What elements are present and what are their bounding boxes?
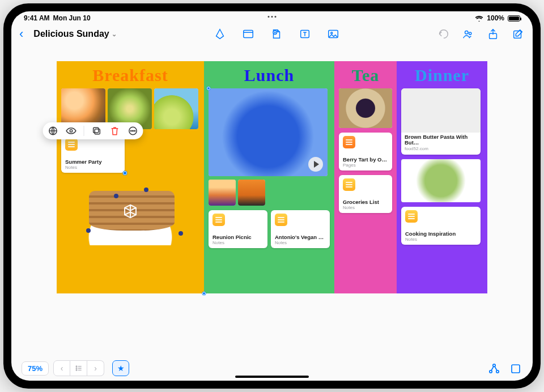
prev-button[interactable]: ‹: [53, 360, 70, 376]
card-subtitle: Notes: [212, 240, 264, 245]
more-icon[interactable]: [128, 125, 139, 137]
selection-handle-icon[interactable]: [202, 292, 206, 295]
quicklook-icon[interactable]: [66, 125, 77, 137]
ipad-frame: 9:41 AM Mon Jun 10 100% ‹ Delici: [3, 3, 541, 389]
svg-rect-0: [244, 31, 253, 38]
scenes-list-icon[interactable]: [70, 360, 87, 376]
notes-app-icon: [343, 178, 355, 191]
chevron-down-icon: ⌄: [112, 31, 117, 38]
note-card-reunion-picnic[interactable]: Reunion Picnic Notes: [209, 210, 267, 248]
usdz-pancakes[interactable]: [61, 177, 199, 245]
column-dinner: Dinner Brown Butter Pasta With But… food…: [397, 61, 487, 293]
next-button[interactable]: ›: [87, 360, 104, 376]
image-juice[interactable]: [238, 180, 265, 206]
card-title: Antonio's Vegan Tacos: [275, 234, 326, 240]
column-lunch: Lunch Re: [204, 61, 334, 293]
svg-point-4: [331, 32, 333, 34]
notes-app-icon: [275, 214, 287, 226]
compose-icon[interactable]: [511, 28, 525, 40]
svg-point-15: [133, 130, 134, 131]
undo-icon[interactable]: [436, 28, 450, 40]
svg-point-20: [493, 364, 495, 367]
note-card-groceries[interactable]: Groceries List Notes: [339, 175, 392, 213]
screen: 9:41 AM Mon Jun 10 100% ‹ Delici: [11, 11, 533, 381]
column-breakfast: Breakfast: [57, 61, 204, 293]
play-icon[interactable]: [308, 157, 323, 172]
card-title: Brown Butter Pasta With But…: [405, 134, 477, 146]
graph-view-icon[interactable]: [487, 362, 501, 374]
svg-point-18: [76, 368, 77, 369]
svg-rect-23: [512, 365, 520, 373]
column-title-dinner: Dinner: [401, 66, 483, 85]
selection-handle-icon[interactable]: [123, 171, 127, 175]
ar-icon: [122, 203, 139, 220]
image-salad[interactable]: [401, 159, 481, 202]
duplicate-icon[interactable]: [91, 125, 103, 137]
sticky-note-icon[interactable]: [241, 28, 255, 40]
board: Breakfast: [57, 61, 487, 293]
back-button[interactable]: ‹: [19, 28, 23, 40]
card-subtitle: Notes: [65, 165, 121, 170]
board-title-label: Delicious Sunday: [33, 29, 109, 39]
card-title: Summer Party: [65, 159, 121, 165]
svg-point-21: [490, 370, 492, 373]
status-bar: 9:41 AM Mon Jun 10 100%: [11, 11, 533, 24]
column-title-tea: Tea: [339, 66, 392, 85]
pages-card-berry-tart[interactable]: Berry Tart by Olivia Pages: [339, 133, 392, 171]
navigator-segment: ‹ ›: [53, 360, 104, 376]
selection-action-bar: [43, 122, 143, 139]
svg-point-17: [76, 366, 77, 367]
add-file-icon[interactable]: [270, 28, 283, 40]
card-title: Berry Tart by Olivia: [343, 156, 388, 163]
image-sunset[interactable]: [209, 180, 236, 206]
delete-icon[interactable]: [109, 125, 121, 137]
multitask-dots-icon[interactable]: [268, 16, 277, 18]
board-title-button[interactable]: Delicious Sunday ⌄: [33, 29, 116, 39]
notes-app-icon: [405, 210, 418, 223]
status-time: 9:41 AM: [24, 14, 50, 22]
favorites-button[interactable]: ★: [112, 360, 129, 376]
link-card-brown-butter-pasta[interactable]: Brown Butter Pasta With But… food52.com: [401, 88, 481, 155]
home-indicator[interactable]: [235, 376, 309, 378]
svg-rect-11: [95, 129, 100, 134]
text-box-icon[interactable]: [298, 28, 312, 40]
card-subtitle: Notes: [343, 205, 388, 210]
svg-point-6: [469, 32, 471, 35]
freeform-canvas[interactable]: Breakfast: [11, 44, 533, 358]
svg-point-5: [465, 31, 469, 35]
fit-view-icon[interactable]: [509, 362, 522, 374]
link-icon[interactable]: [48, 125, 59, 137]
note-card-vegan-tacos[interactable]: Antonio's Vegan Tacos Notes: [271, 210, 330, 248]
svg-point-22: [496, 370, 499, 373]
image-grapes[interactable]: [154, 88, 198, 129]
wifi-icon: [475, 15, 483, 22]
svg-point-16: [134, 130, 135, 131]
image-galette[interactable]: [339, 88, 392, 128]
svg-point-19: [76, 369, 77, 370]
card-subtitle: food52.com: [405, 146, 477, 151]
notes-app-icon: [65, 138, 78, 151]
link-preview-image: [401, 88, 481, 133]
photo-icon[interactable]: [326, 28, 340, 40]
note-card-summer-party[interactable]: Summer Party Notes: [61, 135, 125, 173]
video-enchiladas[interactable]: [209, 88, 328, 176]
notes-app-icon: [212, 214, 225, 226]
markup-pen-icon[interactable]: [213, 28, 227, 40]
svg-point-14: [130, 130, 131, 131]
status-date: Mon Jun 10: [53, 14, 91, 22]
card-title: Cooking Inspiration: [405, 231, 477, 237]
card-subtitle: Notes: [405, 237, 477, 242]
battery-percent: 100%: [487, 14, 504, 22]
collaborate-icon[interactable]: [461, 28, 475, 40]
zoom-level-button[interactable]: 75%: [22, 361, 49, 376]
card-title: Reunion Picnic: [212, 234, 264, 240]
selection-handle-icon[interactable]: [207, 87, 210, 90]
pages-app-icon: [343, 136, 355, 148]
note-card-cooking-inspiration[interactable]: Cooking Inspiration Notes: [401, 207, 481, 245]
column-tea: Tea Berry Tart by Olivia Pages Groceries…: [334, 61, 397, 293]
share-icon[interactable]: [486, 28, 500, 40]
column-title-lunch: Lunch: [209, 66, 330, 85]
battery-icon: [508, 15, 520, 22]
card-title: Groceries List: [343, 199, 388, 205]
svg-rect-12: [94, 127, 99, 133]
